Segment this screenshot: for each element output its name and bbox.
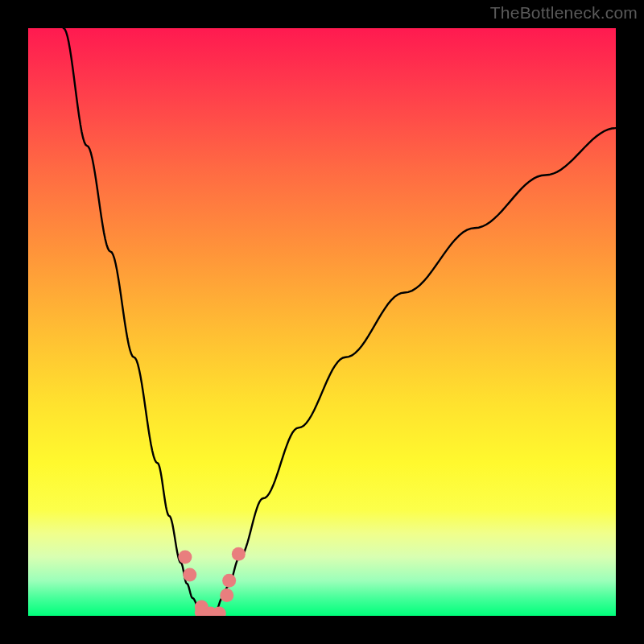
marker-6 xyxy=(220,588,233,602)
watermark-text: TheBottleneck.com xyxy=(490,3,638,23)
data-markers xyxy=(178,547,245,616)
curve-left-branch xyxy=(64,28,210,616)
chart-frame: TheBottleneck.com xyxy=(0,0,644,644)
marker-7 xyxy=(222,574,236,588)
curve-layer xyxy=(28,28,616,616)
bottleneck-curve xyxy=(64,28,616,616)
plot-area xyxy=(28,28,616,616)
marker-8 xyxy=(232,547,246,561)
marker-0 xyxy=(178,551,192,564)
curve-right-branch xyxy=(210,128,616,616)
marker-1 xyxy=(183,568,196,581)
